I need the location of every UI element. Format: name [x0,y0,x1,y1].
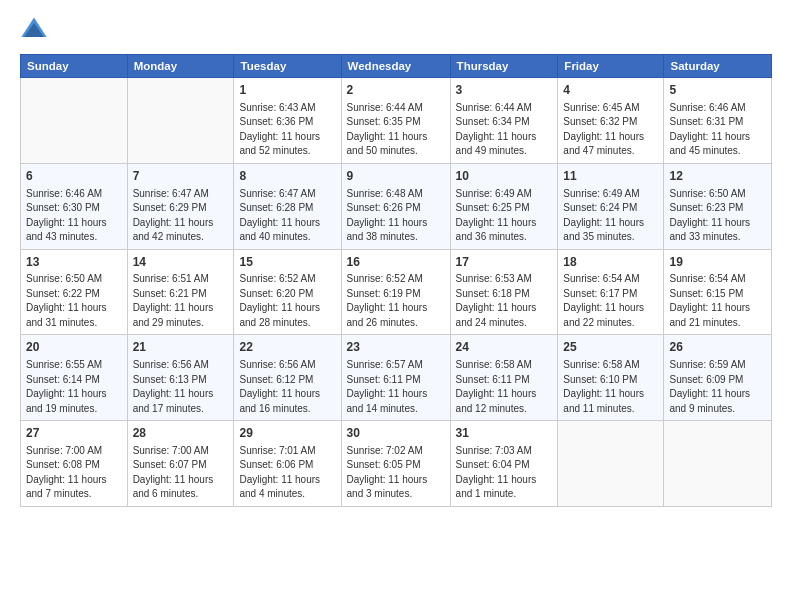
calendar-cell [664,421,772,507]
calendar-cell: 21Sunrise: 6:56 AM Sunset: 6:13 PM Dayli… [127,335,234,421]
day-info: Sunrise: 6:43 AM Sunset: 6:36 PM Dayligh… [239,101,335,159]
day-info: Sunrise: 6:51 AM Sunset: 6:21 PM Dayligh… [133,272,229,330]
day-number: 31 [456,425,553,442]
calendar-cell [127,78,234,164]
day-info: Sunrise: 6:50 AM Sunset: 6:23 PM Dayligh… [669,187,766,245]
day-number: 21 [133,339,229,356]
day-number: 5 [669,82,766,99]
day-info: Sunrise: 6:57 AM Sunset: 6:11 PM Dayligh… [347,358,445,416]
day-number: 9 [347,168,445,185]
day-number: 7 [133,168,229,185]
calendar-cell: 11Sunrise: 6:49 AM Sunset: 6:24 PM Dayli… [558,163,664,249]
calendar-cell: 6Sunrise: 6:46 AM Sunset: 6:30 PM Daylig… [21,163,128,249]
day-info: Sunrise: 6:54 AM Sunset: 6:15 PM Dayligh… [669,272,766,330]
day-number: 28 [133,425,229,442]
calendar-week-1: 1Sunrise: 6:43 AM Sunset: 6:36 PM Daylig… [21,78,772,164]
logo-icon [20,16,48,44]
day-info: Sunrise: 6:58 AM Sunset: 6:11 PM Dayligh… [456,358,553,416]
day-number: 23 [347,339,445,356]
day-number: 12 [669,168,766,185]
day-info: Sunrise: 6:50 AM Sunset: 6:22 PM Dayligh… [26,272,122,330]
calendar-cell: 26Sunrise: 6:59 AM Sunset: 6:09 PM Dayli… [664,335,772,421]
day-info: Sunrise: 7:01 AM Sunset: 6:06 PM Dayligh… [239,444,335,502]
day-info: Sunrise: 6:45 AM Sunset: 6:32 PM Dayligh… [563,101,658,159]
calendar-cell: 29Sunrise: 7:01 AM Sunset: 6:06 PM Dayli… [234,421,341,507]
day-number: 11 [563,168,658,185]
calendar-cell: 31Sunrise: 7:03 AM Sunset: 6:04 PM Dayli… [450,421,558,507]
day-header-friday: Friday [558,55,664,78]
day-info: Sunrise: 7:00 AM Sunset: 6:08 PM Dayligh… [26,444,122,502]
day-info: Sunrise: 6:56 AM Sunset: 6:12 PM Dayligh… [239,358,335,416]
day-info: Sunrise: 7:02 AM Sunset: 6:05 PM Dayligh… [347,444,445,502]
calendar-cell: 20Sunrise: 6:55 AM Sunset: 6:14 PM Dayli… [21,335,128,421]
calendar-cell: 12Sunrise: 6:50 AM Sunset: 6:23 PM Dayli… [664,163,772,249]
calendar-cell: 16Sunrise: 6:52 AM Sunset: 6:19 PM Dayli… [341,249,450,335]
day-number: 15 [239,254,335,271]
day-info: Sunrise: 6:46 AM Sunset: 6:31 PM Dayligh… [669,101,766,159]
calendar-cell: 22Sunrise: 6:56 AM Sunset: 6:12 PM Dayli… [234,335,341,421]
day-info: Sunrise: 6:53 AM Sunset: 6:18 PM Dayligh… [456,272,553,330]
day-info: Sunrise: 6:58 AM Sunset: 6:10 PM Dayligh… [563,358,658,416]
calendar-cell: 24Sunrise: 6:58 AM Sunset: 6:11 PM Dayli… [450,335,558,421]
day-number: 18 [563,254,658,271]
day-info: Sunrise: 6:59 AM Sunset: 6:09 PM Dayligh… [669,358,766,416]
calendar-cell: 3Sunrise: 6:44 AM Sunset: 6:34 PM Daylig… [450,78,558,164]
day-info: Sunrise: 6:55 AM Sunset: 6:14 PM Dayligh… [26,358,122,416]
calendar-week-3: 13Sunrise: 6:50 AM Sunset: 6:22 PM Dayli… [21,249,772,335]
calendar-header-row: SundayMondayTuesdayWednesdayThursdayFrid… [21,55,772,78]
calendar-cell: 5Sunrise: 6:46 AM Sunset: 6:31 PM Daylig… [664,78,772,164]
calendar-cell: 9Sunrise: 6:48 AM Sunset: 6:26 PM Daylig… [341,163,450,249]
day-info: Sunrise: 6:56 AM Sunset: 6:13 PM Dayligh… [133,358,229,416]
page: SundayMondayTuesdayWednesdayThursdayFrid… [0,0,792,517]
calendar: SundayMondayTuesdayWednesdayThursdayFrid… [20,54,772,507]
day-number: 22 [239,339,335,356]
logo [20,16,50,44]
day-info: Sunrise: 6:49 AM Sunset: 6:25 PM Dayligh… [456,187,553,245]
calendar-cell: 19Sunrise: 6:54 AM Sunset: 6:15 PM Dayli… [664,249,772,335]
calendar-cell: 13Sunrise: 6:50 AM Sunset: 6:22 PM Dayli… [21,249,128,335]
day-header-tuesday: Tuesday [234,55,341,78]
day-number: 17 [456,254,553,271]
calendar-week-4: 20Sunrise: 6:55 AM Sunset: 6:14 PM Dayli… [21,335,772,421]
calendar-cell: 27Sunrise: 7:00 AM Sunset: 6:08 PM Dayli… [21,421,128,507]
day-info: Sunrise: 6:48 AM Sunset: 6:26 PM Dayligh… [347,187,445,245]
calendar-cell: 17Sunrise: 6:53 AM Sunset: 6:18 PM Dayli… [450,249,558,335]
day-info: Sunrise: 6:46 AM Sunset: 6:30 PM Dayligh… [26,187,122,245]
day-info: Sunrise: 6:47 AM Sunset: 6:29 PM Dayligh… [133,187,229,245]
day-number: 2 [347,82,445,99]
day-number: 14 [133,254,229,271]
day-number: 24 [456,339,553,356]
calendar-cell: 25Sunrise: 6:58 AM Sunset: 6:10 PM Dayli… [558,335,664,421]
day-number: 8 [239,168,335,185]
calendar-cell [558,421,664,507]
day-number: 20 [26,339,122,356]
header [20,16,772,44]
day-number: 4 [563,82,658,99]
day-info: Sunrise: 6:44 AM Sunset: 6:34 PM Dayligh… [456,101,553,159]
day-number: 26 [669,339,766,356]
day-info: Sunrise: 6:52 AM Sunset: 6:20 PM Dayligh… [239,272,335,330]
calendar-week-5: 27Sunrise: 7:00 AM Sunset: 6:08 PM Dayli… [21,421,772,507]
calendar-cell: 10Sunrise: 6:49 AM Sunset: 6:25 PM Dayli… [450,163,558,249]
day-number: 10 [456,168,553,185]
day-header-thursday: Thursday [450,55,558,78]
day-header-saturday: Saturday [664,55,772,78]
day-number: 25 [563,339,658,356]
day-number: 27 [26,425,122,442]
calendar-cell: 14Sunrise: 6:51 AM Sunset: 6:21 PM Dayli… [127,249,234,335]
day-header-wednesday: Wednesday [341,55,450,78]
day-header-monday: Monday [127,55,234,78]
day-number: 6 [26,168,122,185]
calendar-cell: 7Sunrise: 6:47 AM Sunset: 6:29 PM Daylig… [127,163,234,249]
calendar-cell: 8Sunrise: 6:47 AM Sunset: 6:28 PM Daylig… [234,163,341,249]
day-info: Sunrise: 6:49 AM Sunset: 6:24 PM Dayligh… [563,187,658,245]
day-info: Sunrise: 6:44 AM Sunset: 6:35 PM Dayligh… [347,101,445,159]
day-number: 29 [239,425,335,442]
calendar-cell: 2Sunrise: 6:44 AM Sunset: 6:35 PM Daylig… [341,78,450,164]
calendar-week-2: 6Sunrise: 6:46 AM Sunset: 6:30 PM Daylig… [21,163,772,249]
day-header-sunday: Sunday [21,55,128,78]
calendar-cell: 15Sunrise: 6:52 AM Sunset: 6:20 PM Dayli… [234,249,341,335]
calendar-cell: 28Sunrise: 7:00 AM Sunset: 6:07 PM Dayli… [127,421,234,507]
day-number: 3 [456,82,553,99]
day-number: 13 [26,254,122,271]
